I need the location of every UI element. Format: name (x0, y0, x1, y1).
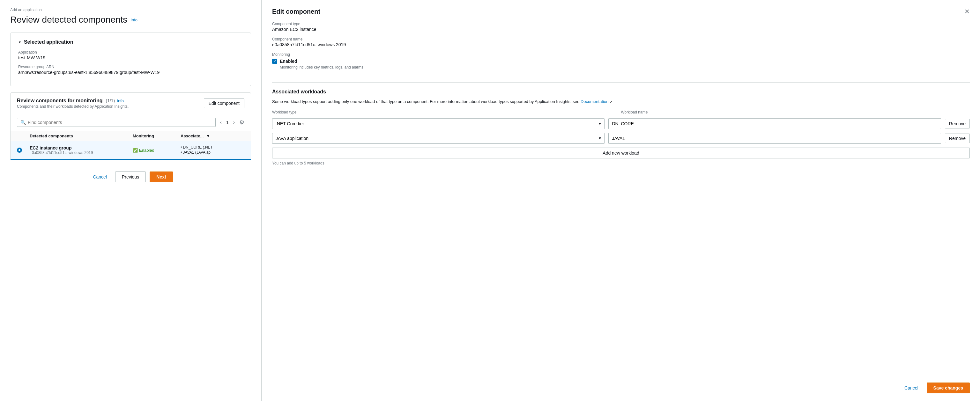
breadcrumb: Add an application (10, 8, 251, 12)
external-link-icon: ↗ (609, 100, 612, 104)
right-cancel-button[interactable]: Cancel (900, 382, 923, 393)
monitoring-row: ✓ Enabled (272, 59, 970, 64)
arn-label: Resource group ARN (18, 65, 243, 69)
workload-name-input-2[interactable] (608, 133, 941, 144)
bottom-navigation: Cancel Previous Next (10, 166, 251, 185)
workload-type-select-1[interactable]: .NET Core tier JAVA application Other (272, 119, 604, 129)
comp-type-label: Component type (272, 22, 970, 26)
workload-row-1: .NET Core tier JAVA application Other ▼ … (272, 118, 970, 129)
selected-application-card: ▼ Selected application Application test-… (10, 33, 251, 86)
workload-item: • DN_CORE (.NET (181, 145, 244, 149)
col-components: Detected components (30, 133, 133, 138)
components-title: Review components for monitoring (17, 98, 102, 104)
app-value: test-MW-W19 (18, 55, 243, 60)
monitoring-checkbox[interactable]: ✓ (272, 59, 277, 64)
comp-type-value: Amazon EC2 instance (272, 27, 970, 32)
monitoring-enabled-label: Enabled (280, 59, 297, 64)
panel-title: Edit component (272, 8, 320, 15)
table-row[interactable]: EC2 instance group i-0a0858a7fd11cd51c: … (11, 141, 251, 160)
cancel-button[interactable]: Cancel (88, 172, 111, 182)
next-button[interactable]: Next (150, 171, 173, 182)
workload-type-select-wrap-1: .NET Core tier JAVA application Other ▼ (272, 118, 605, 129)
left-panel: Add an application Review detected compo… (0, 0, 262, 401)
monitoring-badge: ✅ Enabled (133, 148, 181, 153)
workload-list: • DN_CORE (.NET • JAVA1 (JAVA ap (181, 145, 244, 155)
search-bar-row: 🔍 ‹ 1 › ⚙ (11, 114, 251, 131)
search-input[interactable] (28, 120, 212, 125)
remove-button-1[interactable]: Remove (945, 119, 970, 128)
documentation-link[interactable]: Documentation (581, 99, 608, 104)
collapse-icon[interactable]: ▼ (18, 41, 21, 44)
pagination-controls: ‹ 1 › ⚙ (218, 119, 244, 126)
comp-name-value: i-0a0858a7fd11cd51c: windows 2019 (272, 42, 970, 47)
right-panel: Edit component ✕ Component type Amazon E… (262, 0, 980, 401)
divider (272, 82, 970, 82)
workload-item: • JAVA1 (JAVA ap (181, 150, 244, 155)
component-id: i-0a0858a7fd11cd51c: windows 2019 (30, 151, 133, 155)
components-section: Review components for monitoring (1/1) I… (10, 92, 251, 160)
assoc-desc: Some workload types support adding only … (272, 98, 970, 105)
add-workload-button[interactable]: Add new workload (272, 147, 970, 158)
workload-type-select-2[interactable]: .NET Core tier JAVA application Other (272, 133, 604, 143)
page-number: 1 (226, 120, 229, 125)
check-icon: ✓ (274, 59, 276, 63)
components-title-wrap: Review components for monitoring (1/1) I… (17, 98, 129, 109)
workload-type-select-wrap-2: .NET Core tier JAVA application Other ▼ (272, 133, 605, 144)
remove-button-2[interactable]: Remove (945, 133, 970, 143)
col-monitoring: Monitoring (133, 133, 181, 138)
row-monitoring: ✅ Enabled (133, 148, 181, 153)
row-radio[interactable] (17, 147, 30, 153)
row-component-info: EC2 instance group i-0a0858a7fd11cd51c: … (30, 145, 133, 155)
components-header: Review components for monitoring (1/1) I… (11, 93, 251, 114)
check-circle-icon: ✅ (133, 148, 138, 153)
comp-name-label: Component name (272, 37, 970, 41)
workload-headers: Workload type Workload name (272, 110, 970, 117)
prev-page-button[interactable]: ‹ (218, 119, 224, 126)
component-name: EC2 instance group (30, 145, 133, 151)
monitoring-section: Monitoring ✓ Enabled Monitoring includes… (272, 52, 970, 70)
search-input-wrap: 🔍 (17, 118, 216, 127)
settings-button[interactable]: ⚙ (239, 119, 244, 126)
workload-type-header: Workload type (272, 110, 617, 114)
workload-limit: You can add up to 5 workloads (272, 161, 970, 165)
right-bottom-nav: Cancel Save changes (272, 376, 970, 393)
monitoring-hint: Monitoring includes key metrics, logs, a… (280, 65, 970, 70)
assoc-title: Associated workloads (272, 89, 970, 95)
components-count: (1/1) (106, 98, 115, 103)
previous-button[interactable]: Previous (115, 171, 146, 182)
panel-header: Edit component ✕ (272, 8, 970, 15)
card-title: ▼ Selected application (18, 39, 243, 45)
app-label: Application (18, 50, 243, 54)
workload-name-header: Workload name (621, 110, 966, 114)
page-title: Review detected components Info (10, 15, 251, 25)
col-associate: Associate... ▼ (181, 133, 244, 138)
radio-button[interactable] (17, 147, 22, 153)
components-info-link[interactable]: Info (117, 98, 124, 103)
close-button[interactable]: ✕ (964, 8, 970, 15)
search-icon: 🔍 (21, 120, 26, 125)
monitoring-label: Monitoring (272, 52, 970, 57)
title-info-link[interactable]: Info (130, 17, 137, 22)
arn-value: arn:aws:resource-groups:us-east-1:856960… (18, 70, 243, 75)
components-subtitle: Components and their workloads detected … (17, 104, 129, 109)
table-header: Detected components Monitoring Associate… (11, 131, 251, 141)
next-page-button[interactable]: › (231, 119, 237, 126)
workload-row-2: .NET Core tier JAVA application Other ▼ … (272, 133, 970, 144)
workload-name-input-1[interactable] (608, 118, 941, 129)
save-changes-button[interactable]: Save changes (927, 382, 970, 393)
edit-component-button[interactable]: Edit component (204, 98, 244, 108)
